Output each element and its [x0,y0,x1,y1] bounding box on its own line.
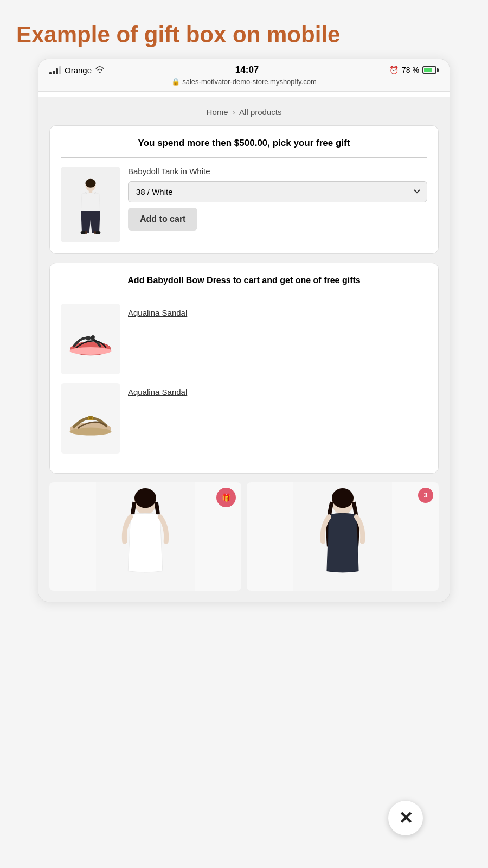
gift-icon: 🎁 [222,493,231,502]
svg-point-23 [332,488,354,508]
content-area: Home › All products You spend more then … [38,97,450,602]
sandal2-svg [66,399,115,437]
breadcrumb-current: All products [239,107,281,117]
signal-icon [49,66,61,74]
free-gifts-divider [61,295,427,295]
gift-card-title: You spend more then $500.00, pick your f… [61,137,427,150]
breadcrumb: Home › All products [49,107,439,117]
phone-mockup: Orange 14:07 ⏰ 78 % [38,59,450,602]
svg-rect-17 [89,417,92,419]
svg-point-20 [134,488,156,508]
battery-area: ⏰ 78 % [389,66,439,74]
sandal1-svg [66,320,115,358]
product-image [61,167,120,242]
free-gifts-title: Add Babydoll Bow Dress to cart and get o… [61,274,427,287]
grid-figure-1-svg [49,482,241,591]
gift-badge-1: 🎁 [216,488,236,507]
product-figure-svg [69,175,112,234]
product-info: Babydoll Tank in White 38 / White Add to… [128,167,427,231]
carrier-name: Orange [65,66,92,75]
svg-point-1 [85,179,95,188]
divider [38,94,450,94]
gift-spend-card: You spend more then $500.00, pick your f… [49,125,439,254]
wifi-icon [95,66,105,75]
svg-point-5 [81,231,86,234]
sandal1-info: Aqualina Sandal [128,304,187,317]
product-row: Babydoll Tank in White 38 / White Add to… [61,167,427,242]
svg-point-15 [70,427,112,435]
status-bar: Orange 14:07 ⏰ 78 % [38,59,450,92]
add-to-cart-button[interactable]: Add to cart [128,208,197,231]
url-bar[interactable]: 🔒 sales-motivator-demo-store.myshopify.c… [171,78,317,86]
carrier-info: Orange [49,66,105,75]
battery-icon [422,66,439,74]
free-gifts-card: Add Babydoll Bow Dress to cart and get o… [49,263,439,474]
svg-rect-8 [94,231,95,234]
close-button[interactable]: ✕ [388,801,423,835]
free-gifts-title-part1: Add [127,276,144,285]
product-name: Babydoll Tank in White [128,167,427,176]
url-text: sales-motivator-demo-store.myshopify.com [182,78,317,86]
free-gifts-title-part2: to cart and get one of free gifts [233,276,361,285]
grid-item-2[interactable]: 3 [247,482,439,591]
card-divider [61,157,427,158]
battery-percentage: 78 % [402,66,419,74]
svg-point-12 [86,336,91,341]
page-title: Example of gift box on mobile [0,0,488,59]
grid-item-1[interactable]: 🎁 [49,482,241,591]
count-badge: 3 [418,488,433,503]
variant-select[interactable]: 38 / White [128,181,427,202]
svg-rect-7 [85,231,86,234]
sandal1-name: Aqualina Sandal [128,308,187,317]
lock-icon: 🔒 [171,78,180,86]
sandal1-image [61,304,120,374]
close-icon: ✕ [399,809,413,827]
grid-figure-2-svg [247,482,439,591]
svg-point-6 [95,231,101,234]
gift-item-1: Aqualina Sandal [61,304,427,374]
time-display: 14:07 [235,65,259,75]
svg-point-11 [70,347,112,355]
sandal2-name: Aqualina Sandal [128,387,187,397]
product-grid: 🎁 3 [49,482,439,591]
gift-item-2: Aqualina Sandal [61,383,427,454]
alarm-icon: ⏰ [389,66,399,74]
breadcrumb-home[interactable]: Home [207,107,228,117]
svg-point-13 [91,335,95,339]
sandal2-image [61,383,120,454]
sandal2-info: Aqualina Sandal [128,383,187,397]
free-gifts-title-product: Babydoll Bow Dress [147,276,231,285]
breadcrumb-separator: › [233,107,235,117]
